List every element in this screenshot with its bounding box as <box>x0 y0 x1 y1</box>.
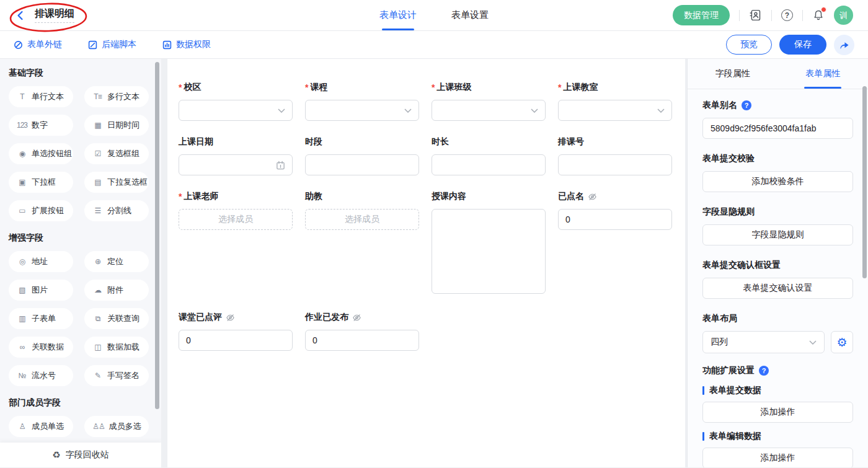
eye-off-icon <box>226 313 235 322</box>
field-label: 排课号 <box>558 136 584 148</box>
field-visibility-rules-button[interactable]: 字段显隐规则 <box>702 224 853 245</box>
form-field-rollcall[interactable]: 已点名 0 <box>558 190 672 230</box>
save-button[interactable]: 保存 <box>779 35 826 55</box>
share-button[interactable] <box>834 35 854 55</box>
field-item-linked-query[interactable]: ⧉关联查询 <box>84 308 149 329</box>
app-header: 排课明细 表单设计 表单设置 数据管理 ? <box>0 0 868 31</box>
external-link-button[interactable]: 表单外链 <box>14 39 62 50</box>
field-label: 上课日期 <box>179 136 213 148</box>
edit-data-add-action-button[interactable]: 添加操作 <box>702 448 853 467</box>
field-item-linked-data[interactable]: ∞关联数据 <box>9 337 73 358</box>
linked-query-icon: ⧉ <box>92 314 103 323</box>
tab-form-properties[interactable]: 表单属性 <box>778 59 868 89</box>
class-date-input[interactable] <box>179 154 293 175</box>
field-item-member-single[interactable]: ♙成员单选 <box>9 416 73 437</box>
field-item-data-load[interactable]: ◫数据加载 <box>84 337 149 358</box>
panel-scrollbar-thumb[interactable] <box>862 86 867 278</box>
field-item-label: 图片 <box>32 285 48 296</box>
form-alias-input[interactable]: 5809d9c2f956fe3004fa1fab <box>702 118 853 139</box>
field-item-address[interactable]: ◎地址 <box>9 251 73 272</box>
field-item-image[interactable]: ▧图片 <box>9 280 73 301</box>
image-icon: ▧ <box>17 286 27 294</box>
form-field-homework-published[interactable]: 作业已发布 0 <box>305 311 419 351</box>
field-item-datetime[interactable]: ▦日期时间 <box>84 115 149 136</box>
form-field-teacher[interactable]: *上课老师 选择成员 <box>179 190 293 230</box>
sidebar-scrollbar-thumb[interactable] <box>155 62 159 409</box>
data-manage-button[interactable]: 数据管理 <box>673 5 730 25</box>
field-recycle-bin-button[interactable]: ♻ 字段回收站 <box>0 443 161 467</box>
multi-line-text-icon: T≡ <box>92 92 103 101</box>
field-item-extend-button[interactable]: ▭扩展按钮 <box>9 200 73 221</box>
field-library-sidebar: 基础字段 T单行文本 T≡多行文本 123数字 ▦日期时间 ◉单选按钮组 ☑复选… <box>0 59 161 467</box>
extension-help-icon[interactable]: ? <box>759 366 769 376</box>
form-field-duration[interactable]: 时长 <box>432 136 546 175</box>
notifications-button[interactable] <box>812 9 825 22</box>
field-item-member-multi[interactable]: ♙♙成员多选 <box>84 416 149 437</box>
preview-button[interactable]: 预览 <box>726 35 772 55</box>
form-layout-label: 表单布局 <box>702 312 853 325</box>
field-item-attachment[interactable]: ☁附件 <box>84 280 149 301</box>
form-field-class-reviewed[interactable]: 课堂已点评 0 <box>179 311 293 351</box>
tab-form-design-label: 表单设计 <box>379 9 417 21</box>
data-permission-button[interactable]: 数据权限 <box>162 39 211 50</box>
avatar[interactable]: 训 <box>834 6 853 25</box>
form-field-course[interactable]: *课程 <box>305 81 419 121</box>
class-select[interactable] <box>432 100 546 121</box>
section-title-member-fields: 部门成员字段 <box>9 397 153 408</box>
form-field-content[interactable]: 授课内容 <box>432 190 546 294</box>
field-item-divider-line[interactable]: ☰分割线 <box>84 200 149 221</box>
duration-input[interactable] <box>432 154 546 175</box>
field-item-label: 数据加载 <box>107 342 140 353</box>
form-field-classroom[interactable]: *上课教室 <box>558 81 672 121</box>
period-input[interactable] <box>305 154 419 175</box>
field-item-signature[interactable]: ✎手写签名 <box>84 365 149 386</box>
submit-confirm-settings-button[interactable]: 表单提交确认设置 <box>702 278 853 299</box>
external-link-label: 表单外链 <box>27 39 62 50</box>
field-item-dropdown[interactable]: ▣下拉框 <box>9 172 73 193</box>
field-item-subform[interactable]: ▥子表单 <box>9 308 73 329</box>
schedule-no-input[interactable] <box>558 154 672 175</box>
field-item-multi-line-text[interactable]: T≡多行文本 <box>84 86 149 107</box>
class-reviewed-count-input[interactable]: 0 <box>179 330 293 351</box>
field-item-location[interactable]: ⊕定位 <box>84 251 149 272</box>
course-select[interactable] <box>305 100 419 121</box>
form-field-class-date[interactable]: 上课日期 <box>179 136 293 175</box>
tab-form-settings[interactable]: 表单设置 <box>451 0 489 30</box>
classroom-select[interactable] <box>558 100 672 121</box>
form-row-4: 课堂已点评 0 作业已发布 0 <box>179 311 673 351</box>
field-item-checkbox-group[interactable]: ☑复选框组 <box>84 143 149 164</box>
homework-published-count-input[interactable]: 0 <box>305 330 419 351</box>
form-field-class[interactable]: *上课班级 <box>432 81 546 121</box>
help-button[interactable]: ? <box>781 9 793 21</box>
form-field-schedule-no[interactable]: 排课号 <box>558 136 672 175</box>
layout-settings-button[interactable]: ⚙ <box>831 331 853 353</box>
backend-script-button[interactable]: 后端脚本 <box>88 39 136 50</box>
form-field-campus[interactable]: *校区 <box>179 81 293 121</box>
field-item-serial-number[interactable]: №流水号 <box>9 365 73 386</box>
teacher-member-picker[interactable]: 选择成员 <box>179 209 293 230</box>
contacts-button[interactable] <box>749 9 762 22</box>
tab-form-settings-label: 表单设置 <box>451 9 489 21</box>
field-item-radio-group[interactable]: ◉单选按钮组 <box>9 143 73 164</box>
link-icon <box>14 40 23 50</box>
rollcall-count-input[interactable]: 0 <box>558 209 672 230</box>
back-button[interactable] <box>15 10 26 21</box>
form-field-assistant[interactable]: 助教 选择成员 <box>305 190 419 230</box>
add-validation-button[interactable]: 添加校验条件 <box>702 171 853 192</box>
alias-help-icon[interactable]: ? <box>742 100 751 110</box>
chevron-down-icon <box>657 108 665 113</box>
tab-field-properties[interactable]: 字段属性 <box>688 59 778 89</box>
teaching-content-textarea[interactable] <box>432 209 546 294</box>
field-item-single-line-text[interactable]: T单行文本 <box>9 86 73 107</box>
assistant-member-picker[interactable]: 选择成员 <box>305 209 419 230</box>
field-item-number[interactable]: 123数字 <box>9 115 73 136</box>
tab-form-design[interactable]: 表单设计 <box>379 0 417 30</box>
layout-select[interactable]: 四列 <box>702 331 825 353</box>
field-item-dropdown-multi[interactable]: ▤下拉复选框 <box>84 172 149 193</box>
field-item-label: 附件 <box>107 285 123 296</box>
gear-icon: ⚙ <box>836 335 847 350</box>
layout-select-value: 四列 <box>711 337 728 348</box>
campus-select[interactable] <box>179 100 293 121</box>
form-field-period[interactable]: 时段 <box>305 136 419 175</box>
submit-data-add-action-button[interactable]: 添加操作 <box>702 402 853 423</box>
